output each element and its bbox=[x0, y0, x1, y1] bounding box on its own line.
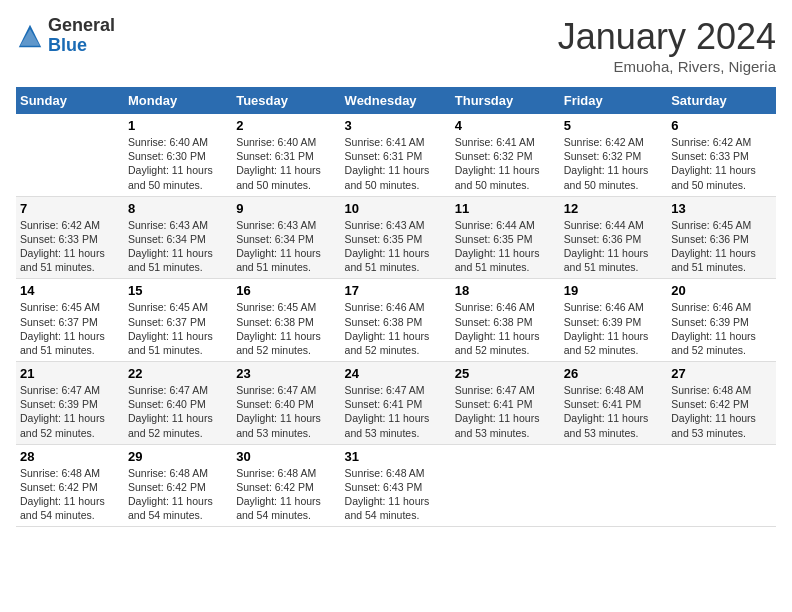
calendar-table: SundayMondayTuesdayWednesdayThursdayFrid… bbox=[16, 87, 776, 527]
day-info: Sunrise: 6:43 AM Sunset: 6:34 PM Dayligh… bbox=[128, 218, 228, 275]
day-number: 25 bbox=[455, 366, 556, 381]
calendar-cell: 15Sunrise: 6:45 AM Sunset: 6:37 PM Dayli… bbox=[124, 279, 232, 362]
day-info: Sunrise: 6:48 AM Sunset: 6:42 PM Dayligh… bbox=[236, 466, 336, 523]
day-number: 7 bbox=[20, 201, 120, 216]
day-info: Sunrise: 6:43 AM Sunset: 6:35 PM Dayligh… bbox=[345, 218, 447, 275]
day-info: Sunrise: 6:42 AM Sunset: 6:33 PM Dayligh… bbox=[671, 135, 772, 192]
day-info: Sunrise: 6:47 AM Sunset: 6:40 PM Dayligh… bbox=[236, 383, 336, 440]
day-number: 1 bbox=[128, 118, 228, 133]
day-info: Sunrise: 6:40 AM Sunset: 6:30 PM Dayligh… bbox=[128, 135, 228, 192]
calendar-body: 1Sunrise: 6:40 AM Sunset: 6:30 PM Daylig… bbox=[16, 114, 776, 527]
month-title: January 2024 bbox=[558, 16, 776, 58]
day-number: 28 bbox=[20, 449, 120, 464]
week-row-2: 7Sunrise: 6:42 AM Sunset: 6:33 PM Daylig… bbox=[16, 196, 776, 279]
calendar-cell: 4Sunrise: 6:41 AM Sunset: 6:32 PM Daylig… bbox=[451, 114, 560, 196]
day-info: Sunrise: 6:45 AM Sunset: 6:37 PM Dayligh… bbox=[128, 300, 228, 357]
weekday-header-wednesday: Wednesday bbox=[341, 87, 451, 114]
day-info: Sunrise: 6:48 AM Sunset: 6:41 PM Dayligh… bbox=[564, 383, 663, 440]
calendar-cell bbox=[560, 444, 667, 527]
day-info: Sunrise: 6:48 AM Sunset: 6:43 PM Dayligh… bbox=[345, 466, 447, 523]
calendar-cell bbox=[667, 444, 776, 527]
day-number: 21 bbox=[20, 366, 120, 381]
calendar-cell: 20Sunrise: 6:46 AM Sunset: 6:39 PM Dayli… bbox=[667, 279, 776, 362]
day-number: 18 bbox=[455, 283, 556, 298]
day-info: Sunrise: 6:47 AM Sunset: 6:39 PM Dayligh… bbox=[20, 383, 120, 440]
calendar-cell: 9Sunrise: 6:43 AM Sunset: 6:34 PM Daylig… bbox=[232, 196, 340, 279]
day-number: 30 bbox=[236, 449, 336, 464]
day-number: 5 bbox=[564, 118, 663, 133]
day-info: Sunrise: 6:45 AM Sunset: 6:37 PM Dayligh… bbox=[20, 300, 120, 357]
logo-blue-text: Blue bbox=[48, 35, 87, 55]
calendar-cell: 28Sunrise: 6:48 AM Sunset: 6:42 PM Dayli… bbox=[16, 444, 124, 527]
week-row-4: 21Sunrise: 6:47 AM Sunset: 6:39 PM Dayli… bbox=[16, 362, 776, 445]
day-number: 12 bbox=[564, 201, 663, 216]
day-number: 3 bbox=[345, 118, 447, 133]
calendar-cell: 29Sunrise: 6:48 AM Sunset: 6:42 PM Dayli… bbox=[124, 444, 232, 527]
day-number: 27 bbox=[671, 366, 772, 381]
day-number: 19 bbox=[564, 283, 663, 298]
calendar-cell bbox=[16, 114, 124, 196]
calendar-cell: 24Sunrise: 6:47 AM Sunset: 6:41 PM Dayli… bbox=[341, 362, 451, 445]
day-number: 14 bbox=[20, 283, 120, 298]
calendar-cell: 22Sunrise: 6:47 AM Sunset: 6:40 PM Dayli… bbox=[124, 362, 232, 445]
day-number: 4 bbox=[455, 118, 556, 133]
day-number: 9 bbox=[236, 201, 336, 216]
weekday-header-monday: Monday bbox=[124, 87, 232, 114]
calendar-cell: 23Sunrise: 6:47 AM Sunset: 6:40 PM Dayli… bbox=[232, 362, 340, 445]
day-number: 10 bbox=[345, 201, 447, 216]
day-info: Sunrise: 6:44 AM Sunset: 6:36 PM Dayligh… bbox=[564, 218, 663, 275]
weekday-header-saturday: Saturday bbox=[667, 87, 776, 114]
calendar-cell: 21Sunrise: 6:47 AM Sunset: 6:39 PM Dayli… bbox=[16, 362, 124, 445]
calendar-cell: 1Sunrise: 6:40 AM Sunset: 6:30 PM Daylig… bbox=[124, 114, 232, 196]
day-number: 2 bbox=[236, 118, 336, 133]
weekday-header-sunday: Sunday bbox=[16, 87, 124, 114]
day-number: 16 bbox=[236, 283, 336, 298]
logo-text: General Blue bbox=[48, 16, 115, 56]
calendar-cell: 5Sunrise: 6:42 AM Sunset: 6:32 PM Daylig… bbox=[560, 114, 667, 196]
calendar-header: SundayMondayTuesdayWednesdayThursdayFrid… bbox=[16, 87, 776, 114]
calendar-cell: 25Sunrise: 6:47 AM Sunset: 6:41 PM Dayli… bbox=[451, 362, 560, 445]
day-info: Sunrise: 6:48 AM Sunset: 6:42 PM Dayligh… bbox=[128, 466, 228, 523]
day-number: 15 bbox=[128, 283, 228, 298]
calendar-cell: 6Sunrise: 6:42 AM Sunset: 6:33 PM Daylig… bbox=[667, 114, 776, 196]
weekday-header-row: SundayMondayTuesdayWednesdayThursdayFrid… bbox=[16, 87, 776, 114]
day-number: 24 bbox=[345, 366, 447, 381]
calendar-cell: 26Sunrise: 6:48 AM Sunset: 6:41 PM Dayli… bbox=[560, 362, 667, 445]
day-info: Sunrise: 6:48 AM Sunset: 6:42 PM Dayligh… bbox=[671, 383, 772, 440]
day-info: Sunrise: 6:48 AM Sunset: 6:42 PM Dayligh… bbox=[20, 466, 120, 523]
day-number: 13 bbox=[671, 201, 772, 216]
calendar-cell: 13Sunrise: 6:45 AM Sunset: 6:36 PM Dayli… bbox=[667, 196, 776, 279]
calendar-cell: 19Sunrise: 6:46 AM Sunset: 6:39 PM Dayli… bbox=[560, 279, 667, 362]
day-info: Sunrise: 6:42 AM Sunset: 6:32 PM Dayligh… bbox=[564, 135, 663, 192]
page-header: General Blue January 2024 Emuoha, Rivers… bbox=[16, 16, 776, 75]
day-info: Sunrise: 6:46 AM Sunset: 6:39 PM Dayligh… bbox=[671, 300, 772, 357]
calendar-cell: 27Sunrise: 6:48 AM Sunset: 6:42 PM Dayli… bbox=[667, 362, 776, 445]
calendar-cell bbox=[451, 444, 560, 527]
day-info: Sunrise: 6:47 AM Sunset: 6:41 PM Dayligh… bbox=[345, 383, 447, 440]
calendar-cell: 30Sunrise: 6:48 AM Sunset: 6:42 PM Dayli… bbox=[232, 444, 340, 527]
day-info: Sunrise: 6:41 AM Sunset: 6:31 PM Dayligh… bbox=[345, 135, 447, 192]
calendar-cell: 16Sunrise: 6:45 AM Sunset: 6:38 PM Dayli… bbox=[232, 279, 340, 362]
week-row-3: 14Sunrise: 6:45 AM Sunset: 6:37 PM Dayli… bbox=[16, 279, 776, 362]
day-number: 17 bbox=[345, 283, 447, 298]
weekday-header-thursday: Thursday bbox=[451, 87, 560, 114]
calendar-cell: 14Sunrise: 6:45 AM Sunset: 6:37 PM Dayli… bbox=[16, 279, 124, 362]
calendar-cell: 11Sunrise: 6:44 AM Sunset: 6:35 PM Dayli… bbox=[451, 196, 560, 279]
location: Emuoha, Rivers, Nigeria bbox=[558, 58, 776, 75]
day-number: 26 bbox=[564, 366, 663, 381]
day-number: 11 bbox=[455, 201, 556, 216]
calendar-cell: 3Sunrise: 6:41 AM Sunset: 6:31 PM Daylig… bbox=[341, 114, 451, 196]
calendar-cell: 18Sunrise: 6:46 AM Sunset: 6:38 PM Dayli… bbox=[451, 279, 560, 362]
day-info: Sunrise: 6:45 AM Sunset: 6:38 PM Dayligh… bbox=[236, 300, 336, 357]
day-number: 23 bbox=[236, 366, 336, 381]
day-number: 6 bbox=[671, 118, 772, 133]
logo: General Blue bbox=[16, 16, 115, 56]
calendar-cell: 10Sunrise: 6:43 AM Sunset: 6:35 PM Dayli… bbox=[341, 196, 451, 279]
weekday-header-friday: Friday bbox=[560, 87, 667, 114]
day-info: Sunrise: 6:47 AM Sunset: 6:40 PM Dayligh… bbox=[128, 383, 228, 440]
calendar-cell: 31Sunrise: 6:48 AM Sunset: 6:43 PM Dayli… bbox=[341, 444, 451, 527]
day-info: Sunrise: 6:47 AM Sunset: 6:41 PM Dayligh… bbox=[455, 383, 556, 440]
day-info: Sunrise: 6:46 AM Sunset: 6:38 PM Dayligh… bbox=[455, 300, 556, 357]
calendar-cell: 7Sunrise: 6:42 AM Sunset: 6:33 PM Daylig… bbox=[16, 196, 124, 279]
day-number: 20 bbox=[671, 283, 772, 298]
